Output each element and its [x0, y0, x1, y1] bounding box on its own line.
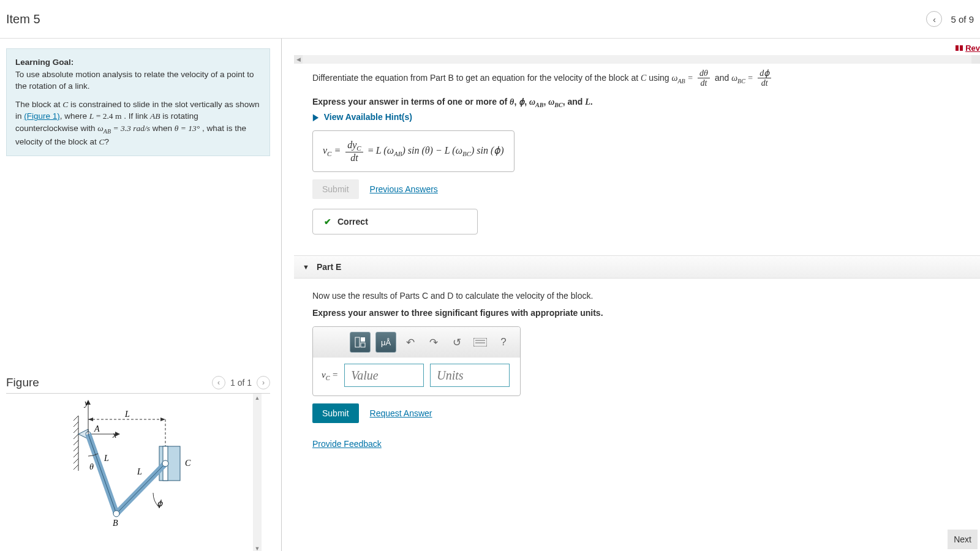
figure-svg: y x L	[67, 397, 251, 538]
partd-instruction: Express your answer in terms of one or m…	[312, 97, 956, 108]
parte-question: Now use the results of Parts C and D to …	[312, 291, 956, 301]
scroll-left-icon[interactable]: ◀	[294, 55, 303, 64]
scroll-right-icon[interactable]: ▶	[971, 55, 980, 64]
svg-text:C: C	[185, 459, 191, 468]
review-label: Rev	[965, 43, 980, 53]
svg-line-5	[74, 440, 78, 445]
request-answer-link[interactable]: Request Answer	[370, 408, 432, 418]
lg-text: when	[150, 124, 175, 133]
pd-text: and	[712, 73, 731, 83]
learning-goal-heading: Learning Goal:	[15, 58, 74, 67]
item-progress: 5 of 9	[951, 14, 974, 24]
parte-input-panel: μÅ ↶ ↷ ↺ ? vC =	[312, 326, 521, 396]
svg-line-4	[74, 434, 78, 439]
svg-point-29	[113, 511, 119, 517]
svg-text:L: L	[137, 467, 142, 476]
svg-line-2	[74, 422, 78, 427]
undo-button[interactable]: ↶	[401, 333, 420, 351]
svg-text:A: A	[94, 424, 100, 433]
lg-text: ?	[105, 137, 110, 146]
svg-text:L: L	[124, 410, 130, 419]
caret-right-icon: ▶	[313, 112, 318, 122]
keyboard-icon	[473, 338, 487, 347]
correct-feedback: ✔ Correct	[312, 209, 478, 234]
svg-line-3	[74, 428, 78, 433]
redo-button[interactable]: ↷	[424, 333, 443, 351]
review-link[interactable]: Rev	[956, 43, 980, 53]
prev-item-button[interactable]: ‹	[926, 11, 942, 27]
partd-answer-box: vC = dyCdt = L (ωAB) sin (θ) − L (ωBC) s…	[312, 130, 514, 173]
lg-text: The block at	[15, 100, 62, 109]
svg-rect-38	[355, 337, 360, 347]
svg-marker-19	[88, 418, 93, 421]
lg-sym-c2: C	[99, 137, 105, 146]
vc-label: vC =	[322, 370, 338, 381]
svg-text:L: L	[104, 454, 109, 463]
value-input[interactable]	[344, 364, 424, 387]
scroll-down-icon[interactable]: ▼	[253, 544, 262, 551]
svg-point-30	[162, 460, 168, 467]
pd-eq2: ωBC =	[731, 73, 755, 83]
pd-eq1: ωAB =	[672, 73, 696, 83]
svg-line-9	[74, 465, 78, 470]
parte-title: Part E	[317, 262, 341, 272]
figure-scrollbar[interactable]: ▲ ▼	[253, 394, 262, 551]
lg-val-w: ωAB = 3.3 rad/s	[97, 124, 150, 133]
view-hints-toggle[interactable]: ▶ View Available Hint(s)	[312, 112, 956, 122]
svg-text:ϕ: ϕ	[157, 499, 163, 508]
parte-submit-button[interactable]: Submit	[312, 403, 359, 423]
svg-text:θ: θ	[89, 462, 94, 471]
lg-text: . If link	[121, 111, 150, 121]
caret-down-icon: ▼	[303, 263, 309, 271]
units-input[interactable]	[430, 364, 510, 387]
figure-link[interactable]: (Figure 1)	[24, 111, 60, 121]
lg-sym-c: C	[62, 100, 68, 109]
learning-goal-box: Learning Goal: To use absolute motion an…	[6, 48, 270, 156]
page-title: Item 5	[6, 12, 40, 26]
help-button[interactable]: ?	[494, 333, 513, 351]
svg-text:B: B	[113, 519, 118, 528]
content-scrollbar[interactable]: ◀ ▶	[294, 55, 980, 64]
scroll-up-icon[interactable]: ▲	[253, 394, 262, 402]
figure-viewport: y x L	[6, 394, 270, 551]
learning-goal-p1: To use absolute motion analysis to relat…	[15, 70, 254, 91]
svg-marker-20	[160, 418, 165, 421]
svg-rect-39	[361, 337, 365, 342]
partd-submit-button: Submit	[312, 179, 359, 199]
next-button[interactable]: Next	[948, 530, 978, 549]
pd-text: Differentiate the equation from Part B t…	[312, 73, 641, 83]
lg-text: = 2.4 m	[94, 111, 121, 121]
previous-answers-link[interactable]: Previous Answers	[370, 184, 438, 194]
pd-sym: C	[641, 73, 646, 83]
svg-rect-41	[473, 338, 487, 347]
svg-rect-40	[361, 343, 365, 347]
units-button[interactable]: μÅ	[375, 332, 396, 353]
partd-question: Differentiate the equation from Part B t…	[312, 69, 956, 88]
pd-frac1: dθdt	[698, 69, 710, 88]
figure-next-button[interactable]: ›	[257, 376, 270, 389]
provide-feedback-link[interactable]: Provide Feedback	[312, 439, 382, 449]
templates-icon	[355, 337, 366, 348]
svg-line-8	[74, 459, 78, 463]
hints-label: View Available Hint(s)	[324, 112, 412, 122]
lg-val-th: θ = 13°	[175, 124, 200, 133]
review-icon	[956, 45, 963, 51]
templates-button[interactable]	[350, 332, 371, 353]
check-icon: ✔	[324, 217, 331, 227]
lg-text: , where	[60, 111, 89, 121]
svg-line-1	[74, 416, 78, 421]
parte-instruction: Express your answer to three significant…	[312, 308, 956, 318]
parte-header[interactable]: ▼ Part E	[294, 255, 980, 279]
svg-line-26	[88, 434, 116, 514]
reset-button[interactable]: ↺	[448, 333, 466, 351]
svg-line-7	[74, 452, 78, 457]
keyboard-button[interactable]	[471, 333, 489, 351]
svg-text:y: y	[83, 399, 89, 408]
units-label: μÅ	[381, 338, 391, 347]
pd-text: using	[646, 73, 671, 83]
figure-prev-button[interactable]: ‹	[212, 376, 225, 389]
figure-counter: 1 of 1	[230, 378, 252, 388]
figure-title: Figure	[6, 376, 39, 389]
pd-frac2: dϕdt	[758, 69, 771, 88]
svg-line-6	[74, 446, 78, 451]
